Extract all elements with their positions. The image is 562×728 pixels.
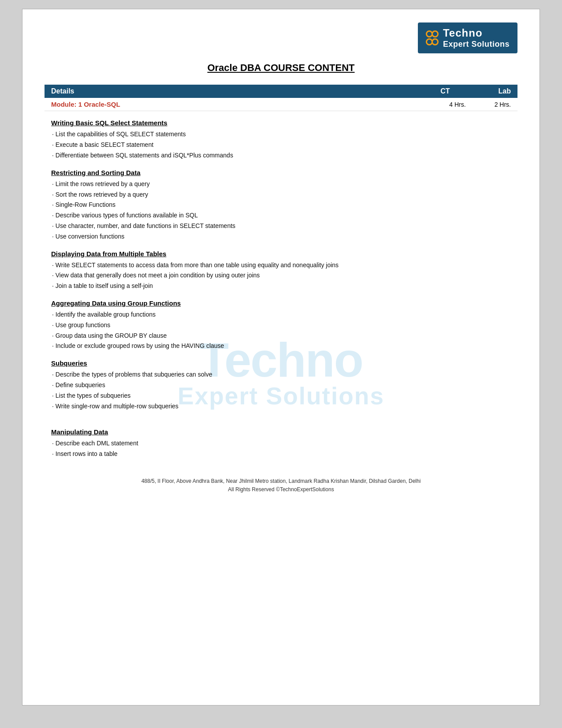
section-1: Restricting and Sorting DataLimit the ro…	[51, 169, 511, 242]
list-item: Single-Row Functions	[51, 200, 511, 210]
list-item: Limit the rows retrieved by a query	[51, 179, 511, 190]
list-item: Define subqueries	[51, 380, 511, 391]
list-item: Use conversion functions	[51, 231, 511, 242]
list-item: Describe each DML statement	[51, 438, 511, 449]
section-items-4: Describe the types of problems that subq…	[51, 370, 511, 411]
list-item: View data that generally does not meet a…	[51, 270, 511, 281]
list-item: Use group functions	[51, 320, 511, 331]
list-item: Identify the available group functions	[51, 310, 511, 320]
list-item: Describe various types of functions avai…	[51, 210, 511, 221]
page-title: Oracle DBA COURSE CONTENT	[45, 62, 517, 74]
list-item: Write single-row and multiple-row subque…	[51, 401, 511, 412]
section-0: Writing Basic SQL Select StatementsList …	[51, 119, 511, 161]
footer: 488/5, II Floor, Above Andhra Bank, Near…	[45, 477, 517, 494]
footer-line1: 488/5, II Floor, Above Andhra Bank, Near…	[45, 477, 517, 485]
section-items-0: List the capabilities of SQL SELECT stat…	[51, 129, 511, 161]
section-title-0: Writing Basic SQL Select Statements	[51, 119, 511, 127]
section-title-1: Restricting and Sorting Data	[51, 169, 511, 176]
sections-container: Writing Basic SQL Select StatementsList …	[45, 119, 517, 459]
header: Techno Expert Solutions	[45, 22, 517, 53]
list-item: Write SELECT statements to access data f…	[51, 260, 511, 271]
page: Techno Expert Solutions Techno	[22, 9, 540, 706]
list-item: List the capabilities of SQL SELECT stat…	[51, 129, 511, 140]
list-item: Differentiate between SQL statements and…	[51, 150, 511, 161]
list-item: Use character, number, and date function…	[51, 221, 511, 231]
section-5: Manipulating DataDescribe each DML state…	[51, 428, 511, 459]
list-item: Insert rows into a table	[51, 449, 511, 459]
logo-box: Techno Expert Solutions	[418, 22, 517, 53]
section-4: SubqueriesDescribe the types of problems…	[51, 359, 511, 420]
list-item: Execute a basic SELECT statement	[51, 140, 511, 150]
module-ct: 4 Hrs.	[449, 101, 465, 108]
list-item: Group data using the GROUP BY clause	[51, 331, 511, 341]
list-item: Include or exclude grouped rows by using…	[51, 341, 511, 351]
footer-line2: All Rights Reserved ©TechnoExpertSolutio…	[45, 485, 517, 494]
section-items-5: Describe each DML statementInsert rows i…	[51, 438, 511, 459]
section-title-3: Aggregating Data using Group Functions	[51, 299, 511, 307]
section-title-5: Manipulating Data	[51, 428, 511, 436]
header-ct: CT	[440, 87, 450, 95]
list-item: Describe the types of problems that subq…	[51, 370, 511, 380]
module-hours: 4 Hrs. 2 Hrs.	[449, 101, 511, 108]
list-item: List the types of subqueries	[51, 391, 511, 401]
list-item: Sort the rows retrieved by a query	[51, 190, 511, 200]
section-3: Aggregating Data using Group FunctionsId…	[51, 299, 511, 351]
header-details: Details	[51, 87, 74, 95]
section-title-4: Subqueries	[51, 359, 511, 367]
module-title: Module: 1 Oracle-SQL	[51, 101, 120, 108]
section-title-2: Displaying Data from Multiple Tables	[51, 250, 511, 258]
module-lab: 2 Hrs.	[495, 101, 511, 108]
module-row: Module: 1 Oracle-SQL 4 Hrs. 2 Hrs.	[45, 98, 517, 111]
table-header: Details CT Lab	[45, 85, 517, 98]
logo-text: Techno Expert Solutions	[443, 27, 510, 49]
section-items-3: Identify the available group functionsUs…	[51, 310, 511, 351]
section-items-2: Write SELECT statements to access data f…	[51, 260, 511, 291]
section-items-1: Limit the rows retrieved by a querySort …	[51, 179, 511, 242]
section-2: Displaying Data from Multiple TablesWrit…	[51, 250, 511, 291]
list-item: Join a table to itself using a self-join	[51, 281, 511, 291]
header-lab: Lab	[499, 87, 511, 95]
